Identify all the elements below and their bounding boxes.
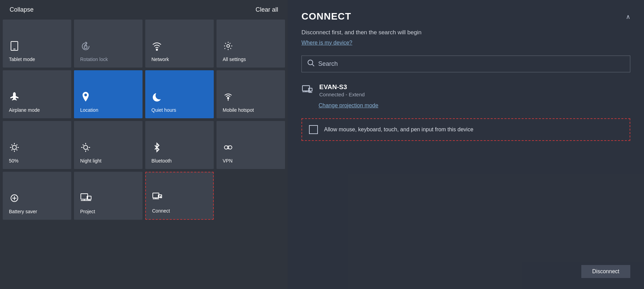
collapse-button[interactable]: Collapse (10, 6, 34, 13)
connect-subtitle: Disconnect first, and then the search wi… (301, 28, 630, 37)
svg-point-24 (228, 146, 232, 149)
tile-battery-saver-label: Battery saver (9, 209, 37, 214)
airplane-icon (9, 91, 20, 104)
svg-point-41 (308, 60, 313, 65)
allow-input-box: Allow mouse, keyboard, touch, and pen in… (301, 118, 630, 141)
search-label: Search (318, 60, 338, 68)
connect-title: CONNECT (301, 11, 351, 22)
project-icon (80, 192, 92, 205)
connect-panel: CONNECT ∧ Disconnect first, and then the… (288, 0, 644, 289)
disconnect-button[interactable]: Disconnect (581, 265, 630, 278)
tile-brightness[interactable]: 50% (3, 121, 71, 169)
tablet-mode-icon (9, 40, 20, 53)
allow-input-checkbox[interactable] (309, 125, 318, 134)
tile-location[interactable]: Location (74, 70, 143, 118)
svg-line-14 (16, 145, 17, 146)
moon-icon (151, 91, 162, 104)
tile-airplane-mode-label: Airplane mode (9, 107, 40, 113)
device-row: EVAN-S3 Connected - Extend (301, 83, 630, 98)
tile-project-label: Project (80, 209, 95, 214)
quick-actions-grid: Tablet mode Rotation lock (0, 18, 288, 221)
tile-mobile-hotspot[interactable]: Mobile hotspot (216, 70, 285, 118)
monitor-icon (301, 84, 313, 98)
tile-all-settings[interactable]: All settings (216, 20, 285, 68)
chevron-up-icon[interactable]: ∧ (626, 13, 630, 21)
svg-line-12 (12, 145, 13, 146)
tile-connect[interactable]: Connect (145, 172, 214, 220)
svg-rect-2 (84, 46, 87, 48)
svg-line-42 (312, 64, 314, 66)
tile-tablet-mode-label: Tablet mode (9, 57, 35, 62)
action-center-header: Collapse Clear all (0, 0, 288, 18)
svg-rect-40 (160, 196, 162, 198)
tile-all-settings-label: All settings (223, 57, 246, 62)
gear-icon (223, 40, 234, 53)
tile-connect-label: Connect (152, 208, 170, 214)
svg-line-13 (16, 149, 17, 150)
svg-point-23 (224, 146, 228, 149)
svg-line-21 (83, 145, 84, 146)
tile-airplane-mode[interactable]: Airplane mode (3, 70, 71, 118)
connect-icon (152, 191, 164, 205)
night-light-icon (80, 142, 91, 155)
where-is-my-device-link[interactable]: Where is my device? (301, 40, 630, 46)
tile-bluetooth[interactable]: Bluetooth (145, 121, 214, 169)
action-center-panel: Collapse Clear all Tablet mode (0, 0, 288, 289)
location-icon (80, 91, 91, 104)
tile-tablet-mode[interactable]: Tablet mode (3, 20, 71, 68)
tile-vpn[interactable]: VPN (216, 121, 285, 169)
change-projection-mode-link[interactable]: Change projection mode (319, 103, 630, 109)
network-icon (151, 40, 162, 53)
tile-brightness-label: 50% (9, 158, 18, 164)
svg-line-15 (12, 149, 13, 150)
tile-rotation-lock-label: Rotation lock (80, 57, 108, 62)
tile-bluetooth-label: Bluetooth (151, 158, 172, 164)
search-icon (307, 59, 315, 69)
battery-saver-icon (9, 193, 20, 205)
clear-all-button[interactable]: Clear all (256, 6, 278, 13)
svg-point-3 (156, 49, 158, 50)
tile-network-label: Network (151, 57, 169, 62)
tile-rotation-lock[interactable]: Rotation lock (74, 20, 143, 68)
tile-location-label: Location (80, 107, 98, 113)
tile-mobile-hotspot-label: Mobile hotspot (223, 107, 254, 113)
device-name: EVAN-S3 (319, 83, 365, 91)
device-info: EVAN-S3 Connected - Extend (319, 83, 365, 97)
tile-battery-saver[interactable]: Battery saver (3, 172, 71, 220)
tile-night-light[interactable]: Night light (74, 121, 143, 169)
vpn-icon (223, 142, 234, 155)
rotation-lock-icon (80, 40, 91, 53)
hotspot-icon (223, 91, 234, 104)
allow-input-label: Allow mouse, keyboard, touch, and pen in… (324, 125, 473, 134)
svg-point-5 (227, 97, 229, 99)
svg-point-16 (84, 145, 88, 149)
search-bar[interactable]: Search (301, 56, 630, 72)
svg-point-7 (12, 145, 16, 149)
tile-quiet-hours[interactable]: Quiet hours (145, 70, 214, 118)
bluetooth-icon (151, 142, 162, 155)
tile-quiet-hours-label: Quiet hours (151, 107, 176, 113)
tile-project[interactable]: Project (74, 172, 143, 220)
tile-night-light-label: Night light (80, 158, 101, 164)
brightness-icon (9, 142, 20, 155)
svg-line-22 (88, 149, 89, 150)
device-status: Connected - Extend (319, 92, 365, 97)
tile-vpn-label: VPN (223, 158, 233, 164)
svg-point-4 (227, 45, 230, 47)
tile-network[interactable]: Network (145, 20, 214, 68)
